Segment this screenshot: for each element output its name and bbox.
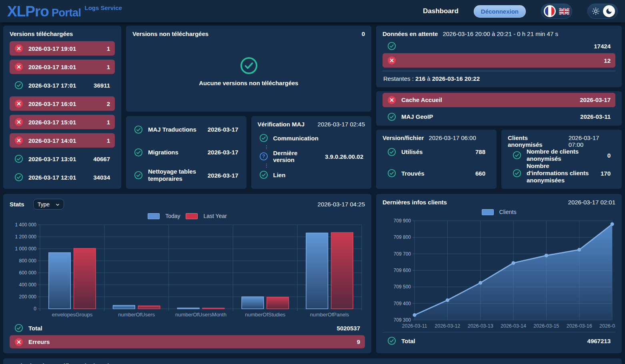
- check-circle-icon: [14, 173, 23, 182]
- stats-type-select[interactable]: Type: [33, 199, 64, 210]
- svg-text:2026-03-14: 2026-03-14: [501, 323, 526, 329]
- panel-title: Expiration des certificats de domaines: [10, 362, 119, 364]
- status-row: 2026-03-17 16:012: [10, 96, 115, 111]
- status-row: MAJ Traductions2026-03-17: [132, 122, 240, 137]
- sun-icon[interactable]: [590, 7, 600, 15]
- panel-title: Versions non téléchargées: [132, 30, 208, 37]
- legend-swatch: [148, 213, 160, 219]
- status-row: 12: [383, 53, 615, 68]
- divider: [383, 332, 615, 332]
- svg-text:200 000: 200 000: [19, 294, 37, 300]
- status-row: Nettoyage tables temporaires2026-03-17: [132, 168, 240, 182]
- panel-title: Stats: [10, 201, 24, 208]
- check-circle-icon: [259, 170, 268, 179]
- empty-message: Aucune versions non téléchargées: [199, 80, 298, 86]
- panel-clients-anonymises: Clients anonymisés 2026-03-17 07:00 Nomb…: [501, 130, 622, 189]
- svg-text:709 900: 709 900: [394, 218, 411, 224]
- logo-portal: Portal: [52, 8, 81, 18]
- status-row: Lien: [258, 168, 365, 182]
- check-circle-icon: [387, 148, 396, 156]
- french-flag-icon[interactable]: [544, 5, 556, 17]
- logo-service: Logs Service: [85, 5, 122, 11]
- check-circle-icon: [387, 169, 396, 178]
- row-value: 12: [600, 57, 611, 64]
- row-label: 2026-03-17 12:01: [28, 174, 76, 181]
- svg-text:numberOfStudies: numberOfStudies: [245, 312, 286, 318]
- moon-icon[interactable]: [603, 5, 615, 17]
- svg-text:numberOfUsers: numberOfUsers: [118, 312, 155, 318]
- clients-line-chart: 709 300709 400709 500709 600709 700709 8…: [383, 218, 615, 330]
- panel-certificats: Expiration des certificats de domaines 2…: [3, 358, 622, 364]
- panel-version-fichier: Version/fichier 2026-03-17 06:00 Utilisé…: [376, 130, 497, 189]
- panel-donnees-en-attente: Données en attente 2026-03-16 20:00 à 20…: [376, 26, 622, 87]
- panel-timestamp: 2026-03-17 02:45: [318, 121, 365, 128]
- panel-cache: Cache Accueil2026-03-17MAJ GeoIP2026-03-…: [376, 91, 622, 126]
- stats-bar-chart: 0200 000400 000600 000800 0001 000 0001 …: [10, 222, 365, 319]
- panel-timestamp: 2026-03-17 04:25: [318, 201, 365, 208]
- row-label: Nettoyage tables temporaires: [148, 168, 198, 182]
- svg-text:2026-03-17: 2026-03-17: [599, 323, 615, 329]
- svg-text:709 300: 709 300: [394, 317, 411, 323]
- svg-text:numberOfUsersMonth: numberOfUsersMonth: [175, 312, 226, 318]
- theme-toggle[interactable]: [587, 4, 618, 19]
- status-row: Communication: [258, 131, 365, 145]
- panel-timestamp: 2026-03-17 08:30: [124, 362, 171, 364]
- panel-versions-telechargees: Versions téléchargées 2026-03-17 19:0112…: [3, 26, 121, 189]
- svg-text:709 600: 709 600: [394, 268, 411, 273]
- row-label: Cache Accueil: [401, 96, 442, 103]
- status-row: 17424: [383, 39, 615, 53]
- panel-timestamp: 2026-03-17 07:00: [569, 134, 615, 148]
- row-label: 2026-03-17 15:01: [28, 119, 76, 126]
- legend-label: Last Year: [203, 213, 226, 219]
- svg-text:0: 0: [34, 306, 36, 312]
- count-badge: 0: [362, 30, 365, 37]
- panel-title: Vérification MAJ: [258, 121, 305, 128]
- dashboard-link[interactable]: Dashboard: [423, 7, 459, 15]
- status-row: Utilisés788: [383, 145, 490, 159]
- language-toggle[interactable]: [541, 4, 572, 19]
- check-circle-icon: [387, 112, 396, 121]
- x-circle-icon: [387, 96, 396, 104]
- row-label: MAJ Traductions: [148, 126, 196, 133]
- svg-text:2026-03-13: 2026-03-13: [468, 323, 493, 329]
- x-circle-icon: [14, 338, 23, 346]
- uk-flag-icon[interactable]: [559, 8, 569, 15]
- panel-stats: Stats Type 2026-03-17 04:25 TodayLast Ye…: [3, 194, 371, 353]
- row-value: 1: [103, 64, 110, 70]
- check-circle-icon: [14, 81, 23, 90]
- svg-text:numberOfPanels: numberOfPanels: [310, 312, 349, 318]
- svg-text:709 500: 709 500: [394, 284, 411, 290]
- legend-label: Today: [165, 213, 180, 219]
- svg-text:2026-03-12: 2026-03-12: [435, 323, 460, 329]
- row-label: 2026-03-17 16:01: [28, 100, 76, 107]
- svg-text:600 000: 600 000: [19, 270, 37, 276]
- x-circle-icon: [14, 99, 23, 108]
- panel-timestamp: 2026-03-17 02:01: [568, 199, 615, 206]
- x-circle-icon: [387, 56, 396, 65]
- status-row: 2026-03-17 15:011: [10, 115, 115, 129]
- status-row: Migrations2026-03-17: [132, 145, 240, 160]
- legend-swatch: [482, 209, 494, 215]
- check-circle-icon: [513, 169, 521, 178]
- svg-text:1 400 000: 1 400 000: [15, 222, 37, 228]
- restantes-line: Restantes : 216 à 2026-03-16 20:22: [383, 74, 615, 83]
- row-value: 40667: [89, 156, 110, 162]
- check-circle-icon: [134, 171, 143, 180]
- row-value: 2026-03-17: [204, 172, 238, 179]
- check-circle-icon: [14, 324, 23, 332]
- check-circle-icon: [387, 336, 396, 345]
- legend-swatch: [186, 213, 198, 219]
- panel-versions-non-telechargees: Versions non téléchargées 0 Aucune versi…: [126, 26, 371, 112]
- x-circle-icon: [14, 118, 23, 126]
- logout-button[interactable]: Déconnexion: [474, 5, 526, 18]
- status-row: 2026-03-17 18:011: [10, 60, 115, 74]
- panel-verification-maj: Vérification MAJ 2026-03-17 02:45 Commun…: [251, 116, 372, 189]
- status-row: 2026-03-17 17:0136911: [10, 78, 115, 92]
- logo-xlpro: XLPro: [7, 4, 49, 19]
- row-label: 2026-03-17 18:01: [28, 64, 76, 70]
- status-row: Cache Accueil2026-03-17: [383, 93, 615, 107]
- row-label: Nombre d'informations clients anonymisée…: [527, 162, 591, 184]
- panel-title: Clients anonymisés: [508, 134, 564, 148]
- row-label: 2026-03-17 14:01: [28, 137, 76, 144]
- check-circle-icon: [387, 42, 396, 50]
